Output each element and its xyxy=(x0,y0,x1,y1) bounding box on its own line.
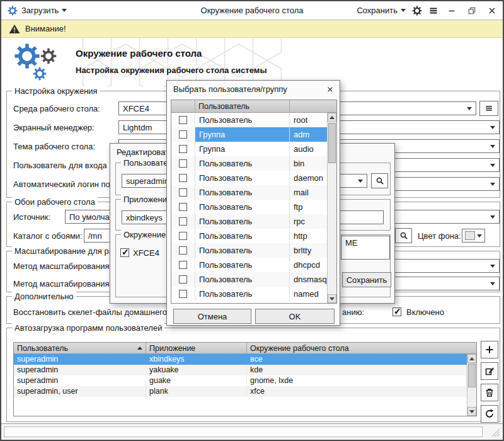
list-item[interactable]: Пользователь root xyxy=(171,113,327,127)
save-menu-button[interactable]: Сохранить xyxy=(357,6,406,15)
menu-icon[interactable] xyxy=(428,6,438,16)
scroll-up-button[interactable] xyxy=(467,354,476,363)
user-list-scrollbar[interactable] xyxy=(327,113,336,303)
minimize-button[interactable] xyxy=(445,4,459,17)
row-checkbox[interactable] xyxy=(179,261,187,269)
row-name: dnsmasq xyxy=(290,272,327,287)
group-extra-legend: Дополнительно xyxy=(12,292,76,301)
list-item[interactable]: Пользователь rpc xyxy=(171,214,327,229)
chevron-down-icon xyxy=(490,164,495,167)
list-item[interactable]: Пользователь named xyxy=(171,287,327,301)
row-checkbox[interactable] xyxy=(179,188,187,197)
row-checkbox[interactable] xyxy=(179,174,187,182)
row-checkbox[interactable] xyxy=(179,217,187,226)
list-item[interactable]: Пользователь ftp xyxy=(171,200,327,214)
save-label: Сохранить xyxy=(357,6,398,15)
chevron-down-icon xyxy=(490,215,495,219)
cell-env: xfce xyxy=(247,386,467,397)
column-header-name[interactable] xyxy=(290,100,336,112)
enabled-checkbox[interactable] xyxy=(392,307,401,316)
triangle-up-icon xyxy=(469,357,474,360)
settings-gear-icon[interactable] xyxy=(412,6,422,16)
cancel-button[interactable]: Отмена xyxy=(173,309,251,324)
list-item[interactable]: Группа adm xyxy=(171,127,327,142)
autostart-scrollbar[interactable] xyxy=(467,354,476,416)
restore-skel-label-end: анию: xyxy=(342,305,364,319)
column-header-type[interactable]: Пользователь xyxy=(195,100,290,112)
chevron-down-icon xyxy=(467,107,472,110)
table-row[interactable]: superadmin xbindkeys все xyxy=(14,354,467,365)
list-item[interactable]: Пользователь http xyxy=(171,229,327,243)
list-item[interactable]: Группа audio xyxy=(171,142,327,156)
table-row[interactable]: superadmin, user plank xfce xyxy=(14,386,467,397)
delete-entry-button[interactable] xyxy=(481,384,498,401)
row-checkbox[interactable] xyxy=(179,290,187,298)
autostart-table-body: superadmin xbindkeys все superadmin yaku… xyxy=(14,354,467,416)
wallpaper-mode-select[interactable] xyxy=(386,210,500,224)
dialog-close-button[interactable] xyxy=(324,84,336,95)
resize-grip-icon[interactable] xyxy=(491,428,500,437)
combo-value: superadmin xyxy=(126,176,169,186)
edit-env-checkbox[interactable] xyxy=(120,248,129,257)
row-type: Группа xyxy=(195,127,290,142)
edit-path-input[interactable]: ME xyxy=(341,236,390,260)
row-name: audio xyxy=(290,142,327,156)
group-scaling-legend: Масштабирование для ра xyxy=(12,246,116,256)
row-checkbox[interactable] xyxy=(179,275,187,284)
ok-button[interactable]: OK xyxy=(255,309,335,324)
add-icon xyxy=(484,345,495,355)
desktop-env-options-button[interactable] xyxy=(479,101,498,116)
list-item[interactable]: Пользователь mail xyxy=(171,185,327,200)
scroll-up-button[interactable] xyxy=(328,113,336,122)
edit-user-search-button[interactable] xyxy=(371,173,388,188)
column-header-user[interactable]: Пользователь xyxy=(14,343,146,353)
scroll-down-button[interactable] xyxy=(467,407,476,416)
restore-skel-label: Восстановить скелет-файлы домашнего xyxy=(13,305,167,319)
row-name: ftp xyxy=(290,200,327,214)
edit-save-button[interactable]: Сохранить xyxy=(342,272,391,287)
edit-entry-button[interactable] xyxy=(481,362,498,380)
group-autostart: Автозагрузка программ пользователей Поль… xyxy=(6,328,500,422)
scrollbar-thumb[interactable] xyxy=(468,364,476,387)
save-label: Сохранить xyxy=(346,275,387,285)
refresh-button[interactable] xyxy=(481,405,498,423)
row-checkbox[interactable] xyxy=(179,159,187,168)
table-row[interactable]: superadmin yakuake kde xyxy=(14,365,467,375)
warning-banner: Внимание! xyxy=(1,20,503,38)
add-entry-button[interactable] xyxy=(481,341,498,358)
row-checkbox[interactable] xyxy=(179,145,187,153)
gear-icon xyxy=(14,43,40,69)
list-item[interactable]: Пользователь dhcpcd xyxy=(171,258,327,272)
row-checkbox[interactable] xyxy=(179,232,187,240)
edit-dialog-title: Редактировать xyxy=(117,147,173,157)
cell-user: superadmin, user xyxy=(14,386,146,397)
table-row[interactable]: superadmin guake gnome, lxde xyxy=(14,375,467,386)
row-checkbox[interactable] xyxy=(179,203,187,211)
bgcolor-button[interactable] xyxy=(462,229,485,243)
row-name: dhcpcd xyxy=(290,258,327,272)
column-header-app[interactable]: Приложение xyxy=(146,343,247,353)
chevron-down-icon xyxy=(401,9,406,12)
row-checkbox[interactable] xyxy=(179,130,187,139)
list-item[interactable]: Пользователь bin xyxy=(171,156,327,171)
row-type: Пользователь xyxy=(195,200,290,214)
row-checkbox[interactable] xyxy=(179,116,187,124)
column-header-env[interactable]: Окружение рабочего стола xyxy=(247,343,476,353)
row-type: Пользователь xyxy=(195,243,290,258)
row-checkbox[interactable] xyxy=(179,246,187,255)
row-type: Пользователь xyxy=(195,171,290,185)
list-item[interactable]: Пользователь brltty xyxy=(171,243,327,258)
list-item[interactable]: Пользователь dnsmasq xyxy=(171,272,327,287)
scrollbar-thumb[interactable] xyxy=(328,123,336,163)
scroll-down-button[interactable] xyxy=(328,294,336,303)
close-button[interactable] xyxy=(485,4,499,17)
column-header-checkbox xyxy=(171,100,195,112)
select-user-dialog: Выбрать пользователя/группу Пользователь… xyxy=(166,80,340,326)
load-menu-button[interactable]: Загрузить xyxy=(21,6,67,15)
wallpaper-dir-search-button[interactable] xyxy=(395,228,412,243)
input-value: /mn xyxy=(88,231,102,241)
restore-button[interactable] xyxy=(465,4,479,17)
display-manager-label: Экранный менеджер: xyxy=(13,120,94,134)
row-name: http xyxy=(290,229,327,243)
list-item[interactable]: Пользователь daemon xyxy=(171,171,327,185)
